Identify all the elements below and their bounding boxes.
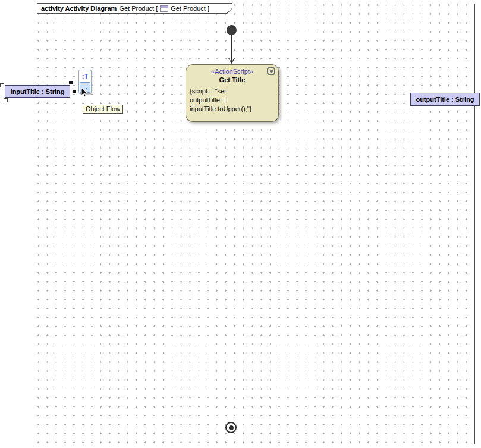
frame-diagram-ref-label: Get Product ] (171, 5, 209, 12)
selection-handle[interactable] (73, 90, 76, 93)
control-flow-arrow[interactable] (229, 35, 235, 63)
activity-diagram-frame[interactable]: activity Activity Diagram Get Product [ … (37, 4, 475, 444)
frame-name-label: Get Product [ (119, 5, 158, 12)
action-title-label: Get Title (186, 76, 278, 83)
script-line: {script = "set (190, 87, 275, 96)
frame-keyword-label: activity Activity Diagram (41, 5, 117, 12)
mouse-cursor-icon (81, 87, 88, 98)
parameter-output-label: outputTitle : String (416, 96, 474, 103)
behavior-icon-dot (270, 70, 273, 73)
selection-handle[interactable] (4, 98, 8, 102)
parameter-input-label: inputTitle : String (11, 88, 65, 95)
script-line: inputTitle.toUpper();"} (190, 105, 275, 114)
type-manipulator-button[interactable]: :T (80, 71, 90, 82)
action-script-text: {script = "set outputTitle = inputTitle.… (186, 87, 278, 114)
selection-handle[interactable] (69, 81, 73, 84)
selection-handle[interactable] (0, 83, 4, 87)
activity-final-node-core (229, 425, 234, 430)
type-icon: :T (82, 73, 88, 80)
tooltip-object-flow: Object Flow (83, 105, 123, 114)
diagram-frame-header[interactable]: activity Activity Diagram Get Product [ … (37, 3, 232, 14)
activity-diagram-icon (160, 5, 168, 12)
action-stereotype-label: «ActionScript» (186, 68, 278, 75)
tooltip-text: Object Flow (86, 105, 120, 112)
parameter-node-input-title[interactable]: inputTitle : String (5, 85, 70, 98)
initial-node[interactable] (227, 25, 237, 35)
parameter-node-output-title[interactable]: outputTitle : String (410, 93, 480, 106)
script-line: outputTitle = (190, 96, 275, 105)
action-node-get-title[interactable]: «ActionScript» Get Title {script = "set … (186, 64, 279, 122)
behavior-icon (267, 67, 275, 75)
activity-final-node[interactable] (225, 422, 237, 433)
diagram-frame-header-content: activity Activity Diagram Get Product [ … (37, 4, 232, 13)
